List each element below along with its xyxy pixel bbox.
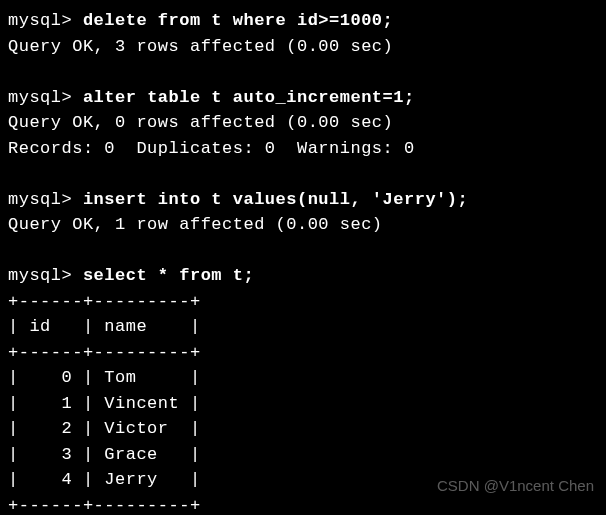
query-result-records: Records: 0 Duplicates: 0 Warnings: 0 xyxy=(8,136,598,162)
table-border-mid: +------+---------+ xyxy=(8,340,598,366)
terminal-line-3: mysql> insert into t values(null, 'Jerry… xyxy=(8,187,598,213)
blank-line xyxy=(8,161,598,187)
table-row: | 3 | Grace | xyxy=(8,442,598,468)
query-result-2: Query OK, 0 rows affected (0.00 sec) xyxy=(8,110,598,136)
query-result-3: Query OK, 1 row affected (0.00 sec) xyxy=(8,212,598,238)
terminal-line-1: mysql> delete from t where id>=1000; xyxy=(8,8,598,34)
query-result-1: Query OK, 3 rows affected (0.00 sec) xyxy=(8,34,598,60)
mysql-prompt: mysql> xyxy=(8,11,72,30)
table-row: | 2 | Victor | xyxy=(8,416,598,442)
mysql-prompt: mysql> xyxy=(8,88,72,107)
blank-line xyxy=(8,59,598,85)
sql-command-insert: insert into t values(null, 'Jerry'); xyxy=(83,190,468,209)
sql-command-delete: delete from t where id>=1000; xyxy=(83,11,393,30)
table-header: | id | name | xyxy=(8,314,598,340)
table-row: | 1 | Vincent | xyxy=(8,391,598,417)
table-border-top: +------+---------+ xyxy=(8,289,598,315)
sql-command-select: select * from t; xyxy=(83,266,254,285)
blank-line xyxy=(8,238,598,264)
mysql-prompt: mysql> xyxy=(8,266,72,285)
terminal-line-4: mysql> select * from t; xyxy=(8,263,598,289)
terminal-line-2: mysql> alter table t auto_increment=1; xyxy=(8,85,598,111)
mysql-prompt: mysql> xyxy=(8,190,72,209)
sql-command-alter: alter table t auto_increment=1; xyxy=(83,88,415,107)
csdn-watermark: CSDN @V1ncent Chen xyxy=(437,475,594,498)
table-row: | 0 | Tom | xyxy=(8,365,598,391)
